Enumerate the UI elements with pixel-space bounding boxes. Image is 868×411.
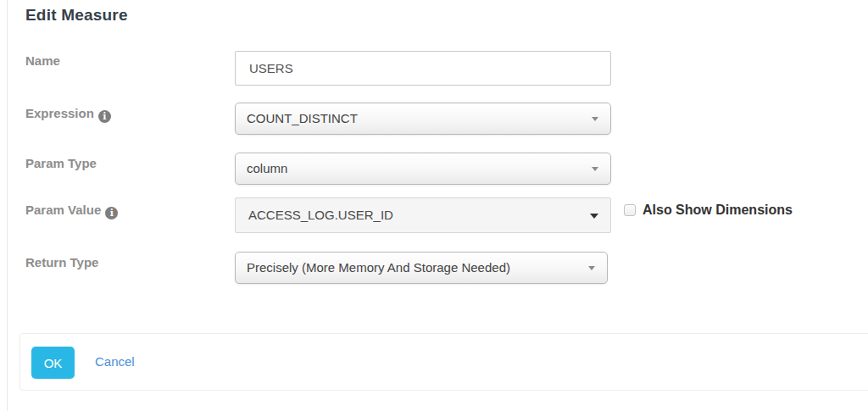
expression-field-label: Expressioni bbox=[25, 106, 111, 123]
info-icon[interactable]: i bbox=[98, 110, 111, 123]
also-show-dimensions-group: Also Show Dimensions bbox=[624, 203, 793, 218]
name-input[interactable] bbox=[235, 51, 611, 86]
caret-down-icon bbox=[588, 266, 595, 270]
return-type-select-value: Precisely (More Memory And Storage Neede… bbox=[247, 260, 510, 275]
info-icon[interactable]: i bbox=[105, 207, 118, 219]
param-value-dropdown[interactable]: ACCESS_LOG.USER_ID bbox=[235, 197, 611, 233]
edit-measure-panel: Edit Measure Name Expressioni COUNT_DIST… bbox=[7, 0, 868, 411]
param-type-select[interactable]: column bbox=[235, 153, 611, 185]
param-value-dropdown-value: ACCESS_LOG.USER_ID bbox=[248, 208, 393, 222]
caret-down-icon bbox=[590, 214, 598, 219]
name-field-label: Name bbox=[25, 53, 60, 68]
return-type-field-label: Return Type bbox=[25, 255, 98, 269]
caret-down-icon bbox=[592, 167, 598, 171]
param-value-field-label: Param Valuei bbox=[25, 203, 118, 219]
return-type-select[interactable]: Precisely (More Memory And Storage Neede… bbox=[235, 252, 608, 284]
also-show-dimensions-label[interactable]: Also Show Dimensions bbox=[643, 203, 793, 218]
form-footer: OK Cancel bbox=[19, 333, 868, 391]
also-show-dimensions-checkbox[interactable] bbox=[624, 204, 636, 216]
caret-down-icon bbox=[592, 117, 598, 121]
cancel-link[interactable]: Cancel bbox=[95, 334, 135, 390]
ok-button[interactable]: OK bbox=[31, 347, 75, 379]
expression-select[interactable]: COUNT_DISTINCT bbox=[235, 103, 611, 135]
param-type-field-label: Param Type bbox=[25, 156, 97, 170]
expression-select-value: COUNT_DISTINCT bbox=[247, 111, 358, 125]
param-type-select-value: column bbox=[247, 161, 287, 175]
page-title: Edit Measure bbox=[25, 6, 128, 25]
